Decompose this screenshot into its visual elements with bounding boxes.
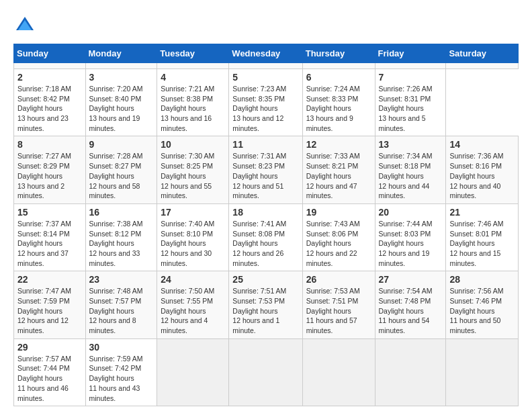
calendar-week-row xyxy=(14,63,519,69)
day-info: Sunrise: 7:47 AMSunset: 7:59 PMDaylight … xyxy=(17,286,82,335)
day-info: Sunrise: 7:41 AMSunset: 8:08 PMDaylight … xyxy=(232,219,298,268)
day-info: Sunrise: 7:18 AMSunset: 8:42 PMDaylight … xyxy=(17,84,82,133)
calendar-cell xyxy=(302,63,375,69)
day-info: Sunrise: 7:37 AMSunset: 8:14 PMDaylight … xyxy=(17,219,82,268)
calendar-cell: 18Sunrise: 7:41 AMSunset: 8:08 PMDayligh… xyxy=(229,203,302,271)
header-monday: Monday xyxy=(85,44,157,63)
day-info: Sunrise: 7:40 AMSunset: 8:10 PMDaylight … xyxy=(161,219,225,268)
day-number: 7 xyxy=(379,72,443,83)
calendar-cell: 3Sunrise: 7:20 AMSunset: 8:40 PMDaylight… xyxy=(85,69,157,136)
day-number: 26 xyxy=(306,274,371,285)
day-number: 23 xyxy=(89,274,154,285)
day-number: 10 xyxy=(161,139,225,150)
day-number: 17 xyxy=(161,207,225,218)
logo xyxy=(13,13,35,37)
header-thursday: Thursday xyxy=(302,44,375,63)
day-number: 11 xyxy=(232,139,298,150)
calendar-cell xyxy=(14,63,86,69)
day-info: Sunrise: 7:56 AMSunset: 7:46 PMDaylight … xyxy=(449,286,515,335)
calendar-week-row: 2Sunrise: 7:18 AMSunset: 8:42 PMDaylight… xyxy=(14,69,519,136)
calendar-cell: 21Sunrise: 7:46 AMSunset: 8:01 PMDayligh… xyxy=(446,203,519,271)
day-number: 25 xyxy=(232,274,298,285)
calendar-cell: 5Sunrise: 7:23 AMSunset: 8:35 PMDaylight… xyxy=(229,69,302,136)
day-info: Sunrise: 7:26 AMSunset: 8:31 PMDaylight … xyxy=(379,84,443,133)
day-number: 19 xyxy=(306,207,371,218)
day-number: 6 xyxy=(306,72,371,83)
day-number: 27 xyxy=(379,274,443,285)
calendar-week-row: 29Sunrise: 7:57 AMSunset: 7:44 PMDayligh… xyxy=(14,338,519,406)
day-number: 20 xyxy=(379,207,443,218)
calendar-cell xyxy=(85,63,157,69)
calendar-cell: 24Sunrise: 7:50 AMSunset: 7:55 PMDayligh… xyxy=(157,271,229,338)
logo-text xyxy=(13,13,35,37)
calendar-cell: 12Sunrise: 7:33 AMSunset: 8:21 PMDayligh… xyxy=(302,136,375,203)
day-info: Sunrise: 7:54 AMSunset: 7:48 PMDaylight … xyxy=(379,286,443,335)
logo-icon xyxy=(15,13,35,34)
calendar-cell xyxy=(375,63,446,69)
header-sunday: Sunday xyxy=(14,44,86,63)
calendar-cell: 27Sunrise: 7:54 AMSunset: 7:48 PMDayligh… xyxy=(375,271,446,338)
calendar-cell: 10Sunrise: 7:30 AMSunset: 8:25 PMDayligh… xyxy=(157,136,229,203)
day-number: 18 xyxy=(232,207,298,218)
calendar-cell: 19Sunrise: 7:43 AMSunset: 8:06 PMDayligh… xyxy=(302,203,375,271)
day-info: Sunrise: 7:57 AMSunset: 7:44 PMDaylight … xyxy=(17,354,82,403)
calendar-cell: 28Sunrise: 7:56 AMSunset: 7:46 PMDayligh… xyxy=(446,271,519,338)
calendar-cell: 9Sunrise: 7:28 AMSunset: 8:27 PMDaylight… xyxy=(85,136,157,203)
day-info: Sunrise: 7:50 AMSunset: 7:55 PMDaylight … xyxy=(161,286,225,335)
day-number: 2 xyxy=(17,72,82,83)
calendar-cell: 8Sunrise: 7:27 AMSunset: 8:29 PMDaylight… xyxy=(14,136,86,203)
day-info: Sunrise: 7:59 AMSunset: 7:42 PMDaylight … xyxy=(89,354,154,403)
day-info: Sunrise: 7:48 AMSunset: 7:57 PMDaylight … xyxy=(89,286,154,335)
day-number: 24 xyxy=(161,274,225,285)
calendar-cell: 2Sunrise: 7:18 AMSunset: 8:42 PMDaylight… xyxy=(14,69,86,136)
calendar-cell: 30Sunrise: 7:59 AMSunset: 7:42 PMDayligh… xyxy=(85,338,157,406)
calendar-cell xyxy=(229,63,302,69)
day-number: 4 xyxy=(161,72,225,83)
day-number: 16 xyxy=(89,207,154,218)
calendar-cell xyxy=(302,338,375,406)
calendar-cell: 13Sunrise: 7:34 AMSunset: 8:18 PMDayligh… xyxy=(375,136,446,203)
calendar-week-row: 15Sunrise: 7:37 AMSunset: 8:14 PMDayligh… xyxy=(14,203,519,271)
day-info: Sunrise: 7:30 AMSunset: 8:25 PMDaylight … xyxy=(161,151,225,200)
day-number: 29 xyxy=(17,342,82,353)
calendar-cell: 20Sunrise: 7:44 AMSunset: 8:03 PMDayligh… xyxy=(375,203,446,271)
day-number: 8 xyxy=(17,139,82,150)
calendar-cell: 7Sunrise: 7:26 AMSunset: 8:31 PMDaylight… xyxy=(375,69,446,136)
calendar-cell: 11Sunrise: 7:31 AMSunset: 8:23 PMDayligh… xyxy=(229,136,302,203)
day-number: 15 xyxy=(17,207,82,218)
calendar-cell xyxy=(446,63,519,69)
day-info: Sunrise: 7:31 AMSunset: 8:23 PMDaylight … xyxy=(232,151,298,200)
calendar-cell: 23Sunrise: 7:48 AMSunset: 7:57 PMDayligh… xyxy=(85,271,157,338)
calendar-cell: 15Sunrise: 7:37 AMSunset: 8:14 PMDayligh… xyxy=(14,203,86,271)
day-number: 12 xyxy=(306,139,371,150)
calendar-cell xyxy=(446,338,519,406)
day-info: Sunrise: 7:28 AMSunset: 8:27 PMDaylight … xyxy=(89,151,154,200)
day-info: Sunrise: 7:24 AMSunset: 8:33 PMDaylight … xyxy=(306,84,371,133)
day-info: Sunrise: 7:51 AMSunset: 7:53 PMDaylight … xyxy=(232,286,298,335)
calendar-week-row: 22Sunrise: 7:47 AMSunset: 7:59 PMDayligh… xyxy=(14,271,519,338)
page-header xyxy=(13,13,519,37)
calendar-cell: 4Sunrise: 7:21 AMSunset: 8:38 PMDaylight… xyxy=(157,69,229,136)
day-info: Sunrise: 7:43 AMSunset: 8:06 PMDaylight … xyxy=(306,219,371,268)
calendar-cell xyxy=(375,338,446,406)
day-info: Sunrise: 7:21 AMSunset: 8:38 PMDaylight … xyxy=(161,84,225,133)
calendar-cell: 25Sunrise: 7:51 AMSunset: 7:53 PMDayligh… xyxy=(229,271,302,338)
day-number: 13 xyxy=(379,139,443,150)
calendar-cell: 22Sunrise: 7:47 AMSunset: 7:59 PMDayligh… xyxy=(14,271,86,338)
calendar-cell: 16Sunrise: 7:38 AMSunset: 8:12 PMDayligh… xyxy=(85,203,157,271)
day-number: 14 xyxy=(449,139,515,150)
calendar-cell: 29Sunrise: 7:57 AMSunset: 7:44 PMDayligh… xyxy=(14,338,86,406)
day-info: Sunrise: 7:44 AMSunset: 8:03 PMDaylight … xyxy=(379,219,443,268)
day-info: Sunrise: 7:23 AMSunset: 8:35 PMDaylight … xyxy=(232,84,298,133)
header-saturday: Saturday xyxy=(446,44,519,63)
calendar-table: SundayMondayTuesdayWednesdayThursdayFrid… xyxy=(13,44,519,406)
calendar-cell: 6Sunrise: 7:24 AMSunset: 8:33 PMDaylight… xyxy=(302,69,375,136)
calendar-header-row: SundayMondayTuesdayWednesdayThursdayFrid… xyxy=(14,44,519,63)
header-tuesday: Tuesday xyxy=(157,44,229,63)
day-info: Sunrise: 7:34 AMSunset: 8:18 PMDaylight … xyxy=(379,151,443,200)
calendar-cell xyxy=(157,63,229,69)
day-number: 5 xyxy=(232,72,298,83)
day-number: 30 xyxy=(89,342,154,353)
calendar-week-row: 8Sunrise: 7:27 AMSunset: 8:29 PMDaylight… xyxy=(14,136,519,203)
header-wednesday: Wednesday xyxy=(229,44,302,63)
